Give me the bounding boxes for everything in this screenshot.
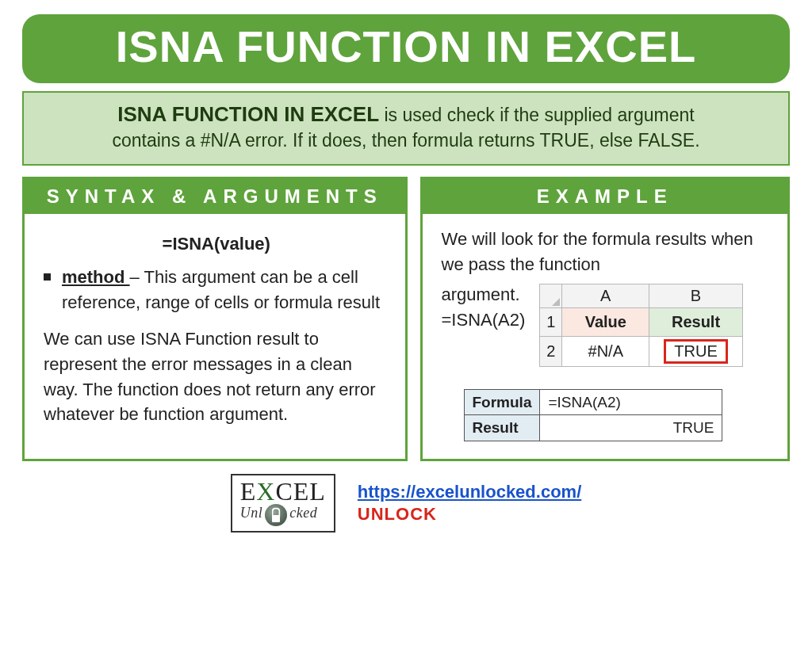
row-header-1: 1 bbox=[540, 307, 562, 336]
cell-a1: Value bbox=[562, 307, 649, 336]
highlighted-result: TRUE bbox=[664, 339, 727, 364]
rt-result-value: TRUE bbox=[540, 415, 722, 441]
logo-letters-cel: CEL bbox=[275, 477, 325, 506]
bullet-icon bbox=[44, 273, 51, 281]
logo-subtext: Unl bbox=[240, 506, 263, 520]
description-box: ISNA FUNCTION IN EXCEL is used check if … bbox=[22, 91, 790, 166]
cell-a2: #N/A bbox=[562, 336, 649, 366]
description-lead: ISNA FUNCTION IN EXCEL bbox=[117, 102, 379, 126]
example-argument-word: argument. bbox=[442, 282, 526, 307]
cell-b1: Result bbox=[649, 307, 742, 336]
syntax-paragraph: We can use ISNA Function result to repre… bbox=[44, 326, 389, 428]
example-intro: We will look for the formula results whe… bbox=[442, 227, 772, 277]
row-header-2: 2 bbox=[540, 336, 562, 366]
page-title: ISNA FUNCTION IN EXCEL bbox=[22, 14, 790, 83]
rt-result-label: Result bbox=[464, 415, 540, 441]
description-text-1: is used check if the supplied argument bbox=[379, 105, 695, 125]
lock-icon bbox=[265, 504, 287, 526]
sheet-select-all-corner bbox=[540, 284, 562, 307]
argument-label: method bbox=[62, 267, 130, 287]
column-header-a: A bbox=[562, 284, 649, 307]
syntax-formula: =ISNA(value) bbox=[44, 231, 389, 257]
logo-letter-e: E bbox=[240, 477, 257, 506]
logo-letter-x: X bbox=[256, 477, 275, 506]
syntax-panel: SYNTAX & ARGUMENTS =ISNA(value) method –… bbox=[22, 177, 408, 461]
column-header-b: B bbox=[649, 284, 742, 307]
logo: EXCEL Unl cked bbox=[231, 474, 335, 533]
website-link[interactable]: https://excelunlocked.com/ bbox=[358, 482, 581, 502]
rt-formula-label: Formula bbox=[464, 389, 540, 415]
example-heading: EXAMPLE bbox=[423, 179, 787, 214]
example-formula-inline: =ISNA(A2) bbox=[442, 307, 526, 333]
example-panel: EXAMPLE We will look for the formula res… bbox=[420, 177, 790, 461]
cell-b2: TRUE bbox=[649, 336, 742, 366]
logo-subtext-2: cked bbox=[289, 506, 317, 520]
syntax-heading: SYNTAX & ARGUMENTS bbox=[25, 179, 405, 214]
example-spreadsheet: A B 1 Value Result 2 #N/A TRUE bbox=[539, 284, 742, 367]
argument-bullet: method – This argument can be a cell ref… bbox=[44, 265, 389, 315]
rt-formula-value: =ISNA(A2) bbox=[540, 389, 722, 415]
footer: EXCEL Unl cked https://excelunlocked.com… bbox=[22, 474, 790, 533]
result-table: Formula =ISNA(A2) Result TRUE bbox=[464, 389, 723, 441]
unlock-text: UNLOCK bbox=[358, 504, 581, 525]
description-text-2: contains a #N/A error. If it does, then … bbox=[112, 130, 699, 151]
